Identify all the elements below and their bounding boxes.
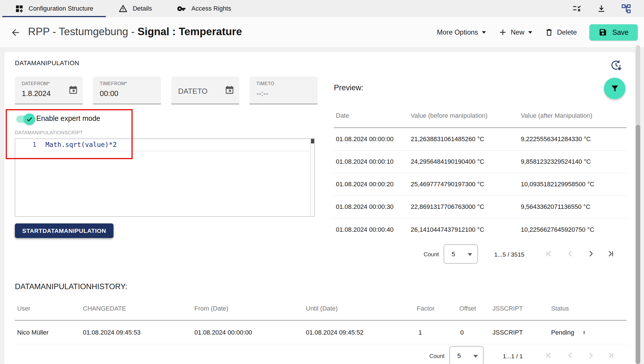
save-button[interactable]: Save — [589, 24, 638, 41]
script-field-label: DATAMANIPULATIONSCRIPT — [15, 130, 83, 136]
count-select[interactable]: 5 — [444, 244, 478, 264]
start-datamanipulation-button[interactable]: STARTDATAMANIPULATION — [15, 223, 113, 238]
history-col-from: From (Date) — [194, 305, 228, 312]
tab-details[interactable]: Details — [106, 0, 164, 17]
tab-label: Access Rights — [191, 5, 231, 12]
cell-factor: 1 — [418, 329, 422, 336]
editor-code-line: Math.sqrt(value)*2 — [45, 141, 117, 148]
sync-settings-icon[interactable] — [610, 59, 622, 71]
more-options-label: More Options — [437, 28, 478, 36]
expert-mode-toggle[interactable] — [16, 115, 32, 123]
timefrom-label: TIMEFROM* — [100, 81, 127, 86]
filter-fab-button[interactable] — [604, 78, 625, 99]
history-col-until: Until (Date) — [306, 305, 338, 312]
cell-after: 9,8581232329524140 °C — [521, 158, 591, 165]
table-row: 01.08.2024 00:00:10 24,2956484190190400 … — [334, 151, 627, 173]
cell-date: 01.08.2024 00:00:10 — [336, 158, 394, 165]
cell-user: Nico Müller — [17, 329, 49, 336]
cell-changedate: 01.08.2024 09:45:53 — [83, 329, 141, 336]
table-row: 01.08.2024 00:00:20 25,4697774790197300 … — [334, 173, 627, 196]
tabbar-actions — [572, 0, 644, 17]
next-page-button[interactable] — [587, 249, 595, 258]
timeto-value: --:-- — [256, 89, 268, 98]
app-window: Configuration Structure Details Access R… — [0, 0, 644, 364]
editor-scrollbar-thumb[interactable] — [311, 139, 314, 143]
top-tab-bar: Configuration Structure Details Access R… — [0, 0, 644, 17]
previous-page-button[interactable] — [566, 351, 575, 360]
count-label: Count — [429, 353, 444, 359]
count-select[interactable]: 5 — [449, 346, 484, 364]
table-row: 01.08.2024 00:00:30 22,8691317706763000 … — [334, 196, 627, 218]
section-title-datamanipulation: DATAMANIPULATION — [15, 59, 79, 67]
script-code-editor[interactable]: 1 Math.sqrt(value)*2 — [15, 138, 315, 217]
page-scrollbar-thumb[interactable] — [636, 125, 640, 364]
page-range: 1...5 / 3515 — [494, 251, 524, 258]
key-icon — [177, 4, 186, 13]
select-caret-icon — [473, 355, 478, 358]
cell-before: 26,1410447437912100 °C — [411, 226, 484, 233]
last-page-button[interactable] — [607, 351, 615, 360]
chevron-down-icon — [528, 31, 532, 34]
cell-from: 01.08.2024 00:00:00 — [194, 329, 252, 336]
calendar-icon[interactable] — [224, 85, 235, 95]
toggle-thumb — [24, 113, 35, 125]
history-col-factor: Factor — [417, 305, 434, 312]
tab-label: Details — [133, 5, 152, 12]
more-options-button[interactable]: More Options — [437, 28, 486, 36]
download-icon[interactable] — [597, 4, 606, 13]
cell-after: 9,5643362071136550 °C — [521, 203, 590, 211]
cell-status: Pending — [551, 329, 574, 336]
next-page-button[interactable] — [587, 351, 595, 360]
save-floppy-icon — [599, 28, 607, 37]
editor-line-number: 1 — [15, 141, 36, 148]
timeto-field[interactable]: TIMETO --:-- — [250, 77, 318, 104]
dateto-field[interactable]: DATETO — [171, 77, 239, 104]
count-label: Count — [424, 251, 439, 258]
tab-access-rights[interactable]: Access Rights — [164, 0, 244, 17]
back-arrow-icon[interactable] — [10, 27, 21, 38]
history-title: DATAMANIPULATIONHISTORY: — [15, 282, 127, 291]
page-title: RPP - Testumgebung - Signal : Temperatur… — [28, 26, 242, 38]
first-page-button[interactable] — [545, 351, 553, 360]
save-label: Save — [612, 28, 629, 37]
content-card: DATAMANIPULATION DATEFROM* 1.8.2024 TIM — [4, 52, 635, 364]
history-pagination: Count 5 1...1 / 1 — [334, 345, 627, 364]
editor-scrollbar[interactable] — [310, 139, 314, 216]
status-pending-mark — [584, 331, 585, 334]
cell-date: 01.08.2024 00:00:00 — [336, 135, 394, 143]
delete-label: Delete — [557, 28, 577, 36]
page-range: 1...1 / 1 — [503, 353, 523, 360]
cell-date: 01.08.2024 00:00:20 — [336, 181, 394, 188]
first-page-button[interactable] — [545, 249, 553, 258]
last-page-button[interactable] — [607, 249, 615, 258]
select-caret-icon — [468, 253, 472, 256]
cell-until: 01.08.2024 09:45:52 — [306, 329, 364, 336]
history-col-status: Status — [551, 305, 569, 312]
preview-col-after: Value (after Manipulation) — [521, 112, 592, 119]
tab-configuration-structure[interactable]: Configuration Structure — [2, 0, 106, 17]
cell-after: 10,2256627645920750 °C — [521, 226, 594, 233]
history-col-changedate: CHANGEDATE — [83, 305, 126, 312]
new-label: New — [511, 28, 525, 36]
new-button[interactable]: New — [499, 28, 532, 37]
cell-date: 01.08.2024 00:00:40 — [336, 226, 394, 233]
warning-triangle-icon — [118, 4, 128, 13]
cell-before: 22,8691317706763000 °C — [411, 203, 484, 211]
tab-label: Configuration Structure — [29, 5, 93, 12]
timefrom-field[interactable]: TIMEFROM* 00:00 — [93, 77, 161, 104]
datefrom-value: 1.8.2024 — [22, 89, 51, 98]
previous-page-button[interactable] — [566, 249, 575, 258]
header-actions: More Options New — [437, 17, 638, 47]
rule-checklist-icon[interactable] — [572, 4, 582, 13]
datefrom-field[interactable]: DATEFROM* 1.8.2024 — [15, 77, 83, 104]
dateto-label: DATETO — [178, 87, 208, 96]
history-col-user: User — [17, 305, 30, 312]
title-prefix: RPP - Testumgebung - — [28, 26, 137, 37]
table-row: 01.08.2024 00:00:40 26,1410447437912100 … — [334, 218, 627, 241]
chevron-down-icon — [482, 31, 486, 34]
tree-structure-icon[interactable] — [621, 4, 631, 14]
calendar-icon[interactable] — [68, 85, 78, 95]
delete-button[interactable]: Delete — [545, 28, 577, 37]
cell-date: 01.08.2024 00:00:30 — [336, 203, 394, 211]
preview-col-date: Date — [336, 112, 349, 119]
